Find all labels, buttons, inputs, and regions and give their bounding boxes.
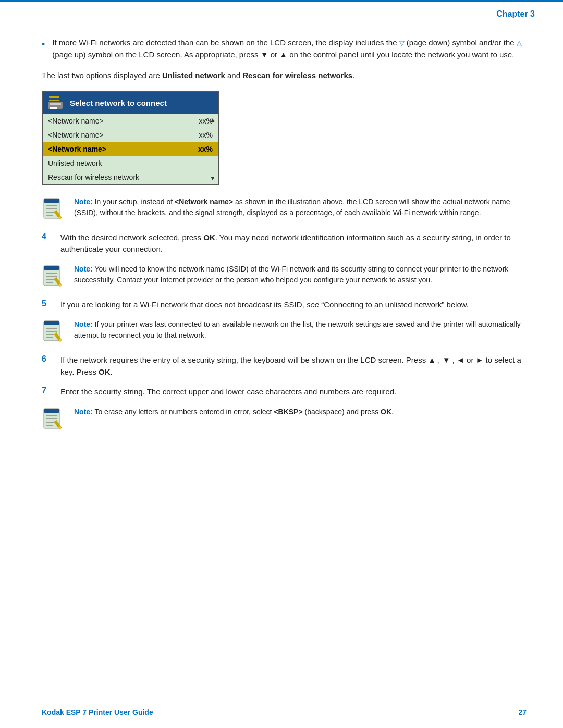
footer-page: 27: [518, 708, 527, 717]
note3-text: If your printer was last connected to an…: [74, 320, 521, 339]
svg-rect-0: [49, 96, 59, 98]
step6-text: If the network requires the entry of a s…: [60, 354, 527, 378]
last-two-bold1: Unlisted network: [162, 71, 225, 80]
lcd-row-5-label: Rescan for wireless network: [48, 173, 139, 181]
svg-rect-7: [44, 199, 59, 203]
step4-text: With the desired network selected, press…: [60, 232, 527, 255]
bullet-item-1: • If more Wi-Fi networks are detected th…: [42, 37, 527, 60]
bullet-text-before: If more Wi-Fi networks are detected than…: [52, 38, 399, 47]
step6-bold: OK: [99, 367, 111, 376]
note1-bold: <Network name>: [175, 198, 233, 206]
note2-text: You will need to know the network name (…: [74, 265, 508, 284]
step7-number: 7: [42, 386, 53, 396]
note4-bold2: OK: [381, 408, 391, 416]
lcd-illustration: Select network to connect ▲ <Network nam…: [42, 91, 527, 185]
footer-title: Kodak ESP 7 Printer User Guide: [42, 708, 153, 717]
lcd-row-1: <Network name> xx%: [43, 114, 218, 128]
svg-rect-2: [49, 100, 59, 101]
step5-text2: “Connecting to an unlisted network” belo…: [319, 300, 469, 309]
svg-rect-1: [49, 98, 59, 100]
last-two-paragraph: The last two options displayed are Unlis…: [42, 70, 527, 82]
note-box-2: Note: You will need to know the network …: [42, 264, 527, 289]
note4-label: Note:: [74, 408, 93, 416]
step-7: 7 Enter the security string. The correct…: [42, 386, 527, 398]
lcd-row-5: Rescan for wireless network: [43, 170, 218, 184]
lcd-row-2-label: <Network name>: [48, 131, 104, 139]
scroll-up-arrow: ▲: [210, 116, 216, 124]
note4-text2: (backspace) and press: [303, 408, 381, 416]
lcd-header-title: Select network to connect: [70, 98, 167, 107]
note-text-4: Note: To erase any letters or numbers en…: [74, 406, 527, 417]
sym-up: △: [517, 39, 522, 47]
main-content: • If more Wi-Fi networks are detected th…: [0, 22, 563, 463]
lcd-row-1-label: <Network name>: [48, 117, 104, 125]
note-icon-3: [42, 319, 67, 344]
lcd-row-2-value: xx%: [199, 131, 213, 139]
last-two-end: .: [352, 71, 354, 80]
svg-rect-4: [50, 103, 61, 105]
svg-rect-5: [50, 107, 57, 109]
step-6: 6 If the network requires the entry of a…: [42, 354, 527, 378]
step6-number: 6: [42, 354, 53, 364]
note1-label: Note:: [74, 198, 93, 206]
note-icon-4: [42, 406, 67, 431]
step4-number: 4: [42, 232, 53, 241]
note-text-1: Note: In your setup, instead of <Network…: [74, 196, 527, 218]
step7-text: Enter the security string. The correct u…: [60, 386, 527, 398]
bullet-dot: •: [42, 38, 45, 52]
bullet-text-1: If more Wi-Fi networks are detected than…: [52, 37, 527, 60]
lcd-row-3-label: <Network name>: [48, 145, 106, 153]
step-5: 5 If you are looking for a Wi-Fi network…: [42, 299, 527, 311]
note1-text: In your setup, instead of: [93, 198, 175, 206]
step6-text2: .: [111, 367, 113, 376]
note-icon-1: [42, 196, 67, 221]
step5-italic: see: [307, 300, 319, 309]
note3-label: Note:: [74, 320, 93, 328]
lcd-row-3-value: xx%: [198, 145, 213, 153]
step5-number: 5: [42, 299, 53, 309]
bullet-text-mid: (page down) symbol and/or the: [405, 38, 517, 47]
step-4: 4 With the desired network selected, pre…: [42, 232, 527, 255]
note-box-3: Note: If your printer was last connected…: [42, 319, 527, 344]
lcd-row-4: Unlisted network: [43, 156, 218, 170]
bullet-text-after: (page up) symbol on the LCD screen. As a…: [52, 50, 514, 59]
bullet-list: • If more Wi-Fi networks are detected th…: [42, 37, 527, 60]
lcd-rows: ▲ <Network name> xx% <Network name> xx% …: [43, 114, 218, 184]
step5-text1: If you are looking for a Wi-Fi network t…: [60, 300, 307, 309]
note4-bold: <BKSP>: [274, 408, 302, 416]
lcd-box: Select network to connect ▲ <Network nam…: [42, 91, 219, 185]
note-icon-2: [42, 264, 67, 289]
last-two-bold2: Rescan for wireless networks: [242, 71, 352, 80]
note-box-4: Note: To erase any letters or numbers en…: [42, 406, 527, 431]
last-two-text1: The last two options displayed are: [42, 71, 162, 80]
lcd-header: Select network to connect: [43, 92, 218, 114]
note-text-2: Note: You will need to know the network …: [74, 264, 527, 286]
chapter-label: Chapter 3: [496, 9, 535, 18]
scroll-down-arrow: ▼: [210, 175, 216, 182]
svg-rect-31: [44, 409, 59, 413]
step4-text1: With the desired network selected, press: [60, 233, 203, 242]
note-box-1: Note: In your setup, instead of <Network…: [42, 196, 527, 221]
svg-rect-15: [44, 266, 59, 270]
note2-label: Note:: [74, 265, 93, 273]
sym-down: ▽: [399, 39, 405, 47]
note4-text3: .: [391, 408, 394, 416]
step6-text1: If the network requires the entry of a s…: [60, 355, 521, 376]
note-text-3: Note: If your printer was last connected…: [74, 319, 527, 341]
last-two-mid: and: [225, 71, 242, 80]
printer-icon: [48, 96, 65, 110]
lcd-row-4-label: Unlisted network: [48, 159, 102, 167]
lcd-row-3: <Network name> xx%: [43, 142, 218, 156]
step7-text1: Enter the security string. The correct u…: [60, 387, 396, 396]
note4-text: To erase any letters or numbers entered …: [93, 408, 274, 416]
chapter-header: Chapter 3: [0, 2, 563, 22]
footer: Kodak ESP 7 Printer User Guide 27: [0, 708, 563, 717]
step5-text: If you are looking for a Wi-Fi network t…: [60, 299, 527, 311]
step4-bold: OK: [203, 233, 215, 242]
svg-rect-23: [44, 321, 59, 325]
lcd-row-2: <Network name> xx%: [43, 128, 218, 142]
